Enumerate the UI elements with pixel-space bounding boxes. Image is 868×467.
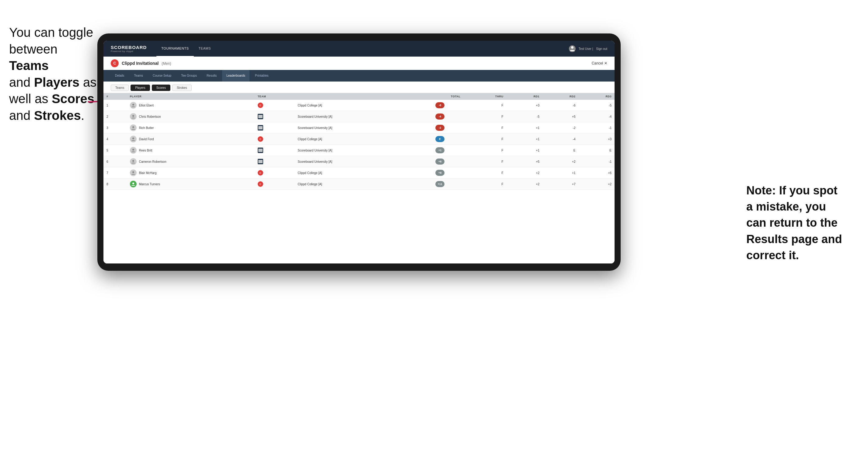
player-avatar <box>130 124 136 131</box>
rank-cell: 6 <box>103 156 127 167</box>
svg-rect-15 <box>258 151 262 152</box>
svg-rect-13 <box>258 149 262 149</box>
player-name-cell: Marcus Turners <box>127 179 255 190</box>
team-logo-cell <box>255 111 295 122</box>
toggle-scores-button[interactable]: Scores <box>152 85 170 91</box>
svg-rect-10 <box>258 128 262 129</box>
col-thru: THRU <box>464 93 506 100</box>
total-cell: -8 <box>416 100 464 111</box>
nav-link-tournaments[interactable]: TOURNAMENTS <box>156 41 193 57</box>
rd3-cell: +3 <box>578 133 615 145</box>
rd3-cell: -1 <box>578 122 615 133</box>
player-name-cell: Elliot Ebert <box>127 100 255 111</box>
thru-cell: F <box>464 145 506 156</box>
rd3-cell: +6 <box>578 167 615 179</box>
nav-link-teams[interactable]: TEAMS <box>194 41 216 57</box>
player-name-cell: David Ford <box>127 133 255 145</box>
team-logo-cell <box>255 156 295 167</box>
rank-cell: 3 <box>103 122 127 133</box>
logo-area: SCOREBOARD Powered by clippd <box>111 45 147 53</box>
svg-rect-18 <box>258 161 262 162</box>
player-name-cell: Chris Robertson <box>127 111 255 122</box>
rank-cell: 5 <box>103 145 127 156</box>
svg-point-3 <box>132 115 134 117</box>
player-name-cell: Rich Butler <box>127 122 255 133</box>
team-logo <box>258 125 263 130</box>
rd3-cell: -1 <box>578 156 615 167</box>
svg-rect-4 <box>258 115 262 116</box>
table-row: 3 Rich Butler Scoreboard University [A] … <box>103 122 615 133</box>
tournament-header: C Clippd Invitational (Men) Cancel ✕ <box>103 57 615 70</box>
tab-printables[interactable]: Printables <box>251 70 273 82</box>
player-avatar <box>130 169 136 176</box>
team-logo: C <box>258 136 263 142</box>
tab-tee-groups[interactable]: Tee Groups <box>177 70 201 82</box>
sub-navigation: Details Teams Course Setup Tee Groups Re… <box>103 70 615 82</box>
total-cell: +8 <box>416 167 464 179</box>
tab-teams[interactable]: Teams <box>130 70 147 82</box>
svg-point-21 <box>132 183 134 184</box>
tab-leaderboards[interactable]: Leaderboards <box>222 70 249 82</box>
svg-point-7 <box>132 126 134 128</box>
svg-point-11 <box>132 137 134 139</box>
team-name-cell: Scoreboard University [A] <box>295 145 416 156</box>
svg-rect-17 <box>258 160 262 161</box>
svg-point-20 <box>132 171 134 173</box>
team-name-cell: Scoreboard University [A] <box>295 122 416 133</box>
toggle-players-button[interactable]: Players <box>130 85 150 91</box>
team-logo-cell <box>255 145 295 156</box>
svg-rect-14 <box>258 150 262 151</box>
tablet-device: SCOREBOARD Powered by clippd TOURNAMENTS… <box>97 33 621 271</box>
svg-rect-8 <box>258 126 262 127</box>
nav-right: Test User | Sign out <box>569 45 607 52</box>
col-rank: # <box>103 93 127 100</box>
player-avatar <box>130 136 136 143</box>
svg-point-2 <box>132 104 134 105</box>
svg-rect-5 <box>258 116 262 117</box>
rd1-cell: +1 <box>506 145 542 156</box>
tab-course-setup[interactable]: Course Setup <box>149 70 176 82</box>
nav-links: TOURNAMENTS TEAMS <box>156 41 569 57</box>
rank-cell: 8 <box>103 179 127 190</box>
rd2-cell: +7 <box>542 179 579 190</box>
thru-cell: F <box>464 133 506 145</box>
svg-point-1 <box>571 46 574 49</box>
col-rd3: RD3 <box>578 93 615 100</box>
tab-results[interactable]: Results <box>202 70 221 82</box>
cancel-button[interactable]: Cancel ✕ <box>592 61 607 65</box>
table-header-row: # PLAYER TEAM TOTAL THRU RD1 RD2 RD3 <box>103 93 615 100</box>
player-avatar <box>130 158 136 165</box>
tab-details[interactable]: Details <box>111 70 129 82</box>
team-logo-cell: C <box>255 133 295 145</box>
team-name-cell: Clippd College [A] <box>295 167 416 179</box>
leaderboard-table-container: # PLAYER TEAM TOTAL THRU RD1 RD2 RD3 1 <box>103 93 615 263</box>
player-avatar <box>130 113 136 120</box>
toggle-strokes-button[interactable]: Strokes <box>172 85 192 91</box>
tablet-screen: SCOREBOARD Powered by clippd TOURNAMENTS… <box>103 41 615 263</box>
team-name-cell: Scoreboard University [A] <box>295 111 416 122</box>
rd3-cell: +2 <box>578 179 615 190</box>
total-cell: -4 <box>416 111 464 122</box>
rd2-cell: -4 <box>542 133 579 145</box>
thru-cell: F <box>464 167 506 179</box>
player-name-cell: Blair McHarg <box>127 167 255 179</box>
thru-cell: F <box>464 122 506 133</box>
nav-username: Test User | <box>579 47 593 51</box>
rd2-cell: +1 <box>542 167 579 179</box>
rd2-cell: +5 <box>542 111 579 122</box>
team-logo-cell <box>255 122 295 133</box>
player-avatar <box>130 181 136 187</box>
rd3-cell: E <box>578 145 615 156</box>
nav-signout-button[interactable]: Sign out <box>596 47 607 51</box>
col-rd2: RD2 <box>542 93 579 100</box>
rd2-cell: +2 <box>542 156 579 167</box>
rank-cell: 4 <box>103 133 127 145</box>
table-row: 1 Elliot Ebert C Clippd College [A] -8 F… <box>103 100 615 111</box>
leaderboard-table: # PLAYER TEAM TOTAL THRU RD1 RD2 RD3 1 <box>103 93 615 190</box>
team-name-cell: Clippd College [A] <box>295 179 416 190</box>
rd1-cell: +3 <box>506 100 542 111</box>
rd3-cell: -5 <box>578 100 615 111</box>
toggle-teams-button[interactable]: Teams <box>111 85 129 91</box>
logo-text: SCOREBOARD <box>111 45 147 50</box>
rank-cell: 7 <box>103 167 127 179</box>
